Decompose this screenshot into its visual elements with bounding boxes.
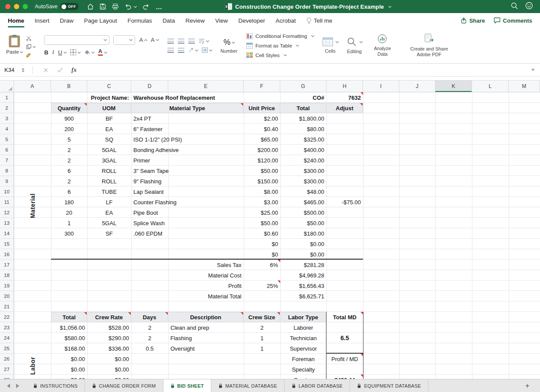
tell-me-button[interactable]: Tell me: [306, 17, 333, 24]
column-header[interactable]: I: [363, 81, 399, 92]
italic-button[interactable]: I: [52, 49, 54, 56]
cell[interactable]: 200: [51, 124, 87, 134]
feedback-smiley-button[interactable]: [525, 2, 533, 11]
cell-material-total-label[interactable]: Material Total: [51, 291, 244, 301]
cell[interactable]: 2: [244, 322, 280, 333]
select-all-corner[interactable]: [0, 81, 14, 92]
cell[interactable]: Lap Sealant: [131, 186, 244, 197]
cell[interactable]: $25.00: [244, 207, 280, 218]
cell[interactable]: 2: [51, 176, 87, 186]
row-header[interactable]: 28: [0, 375, 14, 379]
cell[interactable]: [326, 228, 363, 239]
cancel-entry-button[interactable]: [43, 68, 48, 73]
cell[interactable]: 1: [244, 333, 280, 343]
close-button[interactable]: [5, 4, 10, 9]
cell[interactable]: [326, 113, 363, 124]
row-header[interactable]: 23: [0, 322, 14, 333]
cell[interactable]: [326, 155, 363, 166]
cell[interactable]: $580.00: [51, 333, 87, 343]
sheet-tab-change-order-form[interactable]: CHANGE ORDER FORM: [85, 379, 163, 392]
header-uom[interactable]: UOM: [87, 103, 131, 113]
cells-button[interactable]: [323, 37, 338, 46]
adobe-pdf-button[interactable]: [424, 34, 435, 44]
cell[interactable]: 2: [131, 322, 168, 333]
header-quantity[interactable]: Quantity: [51, 103, 87, 113]
cell[interactable]: 2: [131, 333, 168, 343]
cell[interactable]: Oversight: [168, 343, 244, 354]
cell[interactable]: $300.00: [280, 176, 326, 186]
cell[interactable]: Specialty: [280, 364, 326, 375]
column-header-selected[interactable]: K: [435, 81, 472, 92]
sheet-nav-right-icon[interactable]: [16, 384, 19, 388]
cell[interactable]: $0.40: [244, 124, 280, 134]
cell-material-cost-value[interactable]: $4,969.28: [280, 270, 326, 280]
copy-button[interactable]: [26, 44, 35, 49]
tab-data[interactable]: Data: [163, 17, 175, 24]
share-button[interactable]: Share: [461, 17, 485, 24]
cell[interactable]: $0: [244, 239, 280, 249]
cell[interactable]: 5GAL: [87, 145, 131, 155]
tab-page-layout[interactable]: Page Layout: [84, 17, 117, 24]
redo-button[interactable]: [143, 4, 149, 10]
bold-button[interactable]: B: [44, 49, 48, 56]
more-commands-button[interactable]: …: [156, 3, 163, 10]
tab-review[interactable]: Review: [185, 17, 204, 24]
header-crew-size[interactable]: Crew Size: [244, 312, 280, 322]
column-header[interactable]: J: [399, 81, 435, 92]
cell[interactable]: $3.00: [244, 197, 280, 207]
cell[interactable]: 2: [51, 145, 87, 155]
cell[interactable]: $0.00: [51, 354, 87, 364]
sheet-tab-instructions[interactable]: INSTRUCTIONS: [26, 379, 85, 392]
sheet-tab-equipment-database[interactable]: EQUIPMENT DATABASE: [350, 379, 428, 392]
cell[interactable]: $0.00: [87, 375, 131, 379]
cell[interactable]: EA: [87, 207, 131, 218]
cell[interactable]: EA: [87, 124, 131, 134]
grow-font-button[interactable]: A: [139, 37, 147, 43]
minimize-button[interactable]: [14, 4, 19, 9]
comments-button[interactable]: Comments: [494, 17, 532, 24]
tab-formulas[interactable]: Formulas: [128, 17, 152, 24]
cell[interactable]: $500.00: [280, 207, 326, 218]
column-header[interactable]: C: [87, 81, 131, 92]
cell[interactable]: Bonding Adhesive: [131, 145, 244, 155]
cell[interactable]: 900: [51, 113, 87, 124]
row-header[interactable]: 2: [0, 103, 14, 113]
format-as-table-button[interactable]: Format as Table: [246, 42, 299, 50]
formula-bar-expand-icon[interactable]: [531, 69, 535, 71]
cell[interactable]: $180.00: [280, 228, 326, 239]
cell[interactable]: Primer: [131, 155, 244, 166]
cell[interactable]: SQ: [87, 134, 131, 145]
document-title[interactable]: Construction Change Order Template-Proje…: [225, 3, 391, 10]
cell[interactable]: [326, 186, 363, 197]
cell[interactable]: 5: [51, 134, 87, 145]
cell[interactable]: Pipe Boot: [131, 207, 244, 218]
cell[interactable]: $240.00: [280, 155, 326, 166]
cell[interactable]: $168.00: [51, 343, 87, 354]
cell[interactable]: 1: [244, 343, 280, 354]
tab-insert[interactable]: Insert: [35, 17, 50, 24]
cell[interactable]: $150.00: [244, 176, 280, 186]
row-header[interactable]: 4: [0, 124, 14, 134]
cell[interactable]: 2x4 PT: [131, 113, 244, 124]
cell[interactable]: 6: [51, 166, 87, 176]
column-header[interactable]: L: [472, 81, 509, 92]
cell[interactable]: $50.00: [244, 166, 280, 176]
cell[interactable]: Service: [280, 375, 326, 379]
home-button[interactable]: [87, 3, 94, 10]
cell[interactable]: $0.60: [244, 228, 280, 239]
tab-view[interactable]: View: [215, 17, 228, 24]
underline-button[interactable]: U: [58, 49, 66, 56]
row-header[interactable]: 5: [0, 134, 14, 145]
cell[interactable]: $2.00: [244, 113, 280, 124]
cell-profit-md-value[interactable]: $498.44: [326, 375, 363, 379]
cell[interactable]: $300.00: [280, 166, 326, 176]
cell-sales-tax-label[interactable]: Sales Tax: [51, 260, 244, 270]
confirm-entry-button[interactable]: [57, 68, 63, 72]
editing-button[interactable]: [347, 37, 362, 47]
name-box[interactable]: K34: [0, 67, 26, 73]
name-box-stepper[interactable]: [22, 68, 24, 72]
tab-acrobat[interactable]: Acrobat: [275, 17, 296, 24]
sheet-nav-left-icon[interactable]: [7, 384, 10, 388]
sheet-grid[interactable]: 1 2 3 4 5 6 7 8 9 10 11 12 13 14 15 16 1…: [0, 92, 540, 379]
autosave-toggle[interactable]: AutoSave OFF: [35, 3, 78, 10]
